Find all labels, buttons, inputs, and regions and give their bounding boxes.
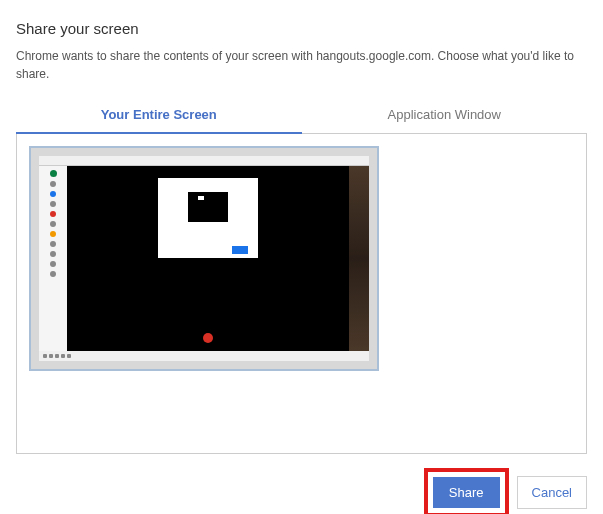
avatar-icon bbox=[50, 261, 56, 267]
dialog-footer: Share Cancel bbox=[16, 454, 587, 514]
preview-taskbar bbox=[39, 351, 369, 361]
hangup-icon bbox=[203, 333, 213, 343]
screen-preview bbox=[39, 156, 369, 361]
tab-entire-screen[interactable]: Your Entire Screen bbox=[16, 97, 302, 134]
preview-browser-chrome bbox=[39, 156, 369, 166]
avatar-icon bbox=[50, 170, 57, 177]
avatar-icon bbox=[50, 181, 56, 187]
dialog-description: Chrome wants to share the contents of yo… bbox=[16, 47, 587, 83]
avatar-icon bbox=[50, 241, 56, 247]
preview-main-area bbox=[67, 166, 349, 351]
avatar-icon bbox=[50, 191, 56, 197]
taskbar-icon bbox=[55, 354, 59, 358]
tab-application-window[interactable]: Application Window bbox=[302, 97, 588, 133]
annotation-highlight: Share bbox=[424, 468, 509, 514]
tab-bar: Your Entire Screen Application Window bbox=[16, 97, 587, 134]
taskbar-icon bbox=[49, 354, 53, 358]
preview-wallpaper bbox=[349, 166, 369, 351]
share-button[interactable]: Share bbox=[433, 477, 500, 508]
dialog-title: Share your screen bbox=[16, 20, 587, 37]
avatar-icon bbox=[50, 271, 56, 277]
nested-preview bbox=[188, 192, 228, 222]
avatar-icon bbox=[50, 221, 56, 227]
taskbar-icon bbox=[61, 354, 65, 358]
preview-sidebar bbox=[39, 166, 67, 351]
avatar-icon bbox=[50, 201, 56, 207]
cancel-button[interactable]: Cancel bbox=[517, 476, 587, 509]
nested-button bbox=[232, 246, 248, 254]
taskbar-icon bbox=[67, 354, 71, 358]
content-area bbox=[16, 134, 587, 454]
nested-dialog bbox=[158, 178, 258, 258]
taskbar-icon bbox=[43, 354, 47, 358]
screen-thumbnail[interactable] bbox=[29, 146, 379, 371]
avatar-icon bbox=[50, 231, 56, 237]
avatar-icon bbox=[50, 211, 56, 217]
avatar-icon bbox=[50, 251, 56, 257]
